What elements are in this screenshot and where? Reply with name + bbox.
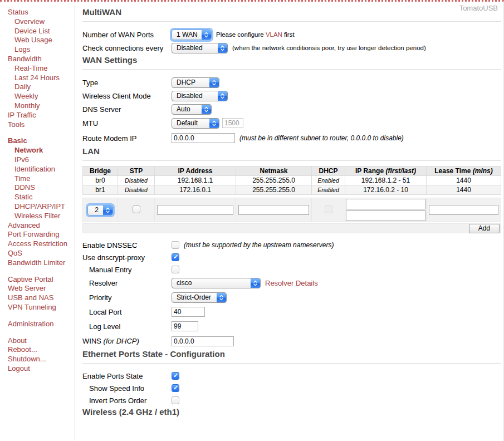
check-every-label: Check connections every [82,44,172,52]
sidebar-item-captive-portal[interactable]: Captive Portal [8,275,75,285]
enable-ports-checkbox[interactable] [172,372,179,380]
mtu-size-input[interactable] [222,118,243,128]
row-resolver: Resolver cisco Resolver Details [82,276,501,290]
sidebar-item-reboot[interactable]: Reboot... [8,345,75,355]
lan-header-row: BridgeSTPIP AddressNetmaskDHCPIP Range (… [83,166,501,176]
section-title-multiwan: MultiWAN [82,7,501,22]
select-arrows-icon [251,278,260,288]
row-wireless-client-mode: Wireless Client Mode Disabled [82,89,501,102]
sidebar-item-wireless-filter[interactable]: Wireless Filter [8,212,75,221]
edit-ip-input[interactable] [157,205,233,215]
show-speed-checkbox[interactable] [172,384,179,392]
sidebar-item-bandwidth-limiter[interactable]: Bandwidth Limiter [8,258,75,268]
sidebar-item-static-dhcp-arp-ipt[interactable]: Static DHCP/ARP/IPT [8,193,75,212]
mtu-select[interactable]: Default [172,118,219,129]
sidebar-item-monthly[interactable]: Monthly [8,101,75,111]
sidebar-item-device-list[interactable]: Device List [8,27,75,36]
vlan-link[interactable]: VLAN [266,31,282,38]
edit-netmask-input[interactable] [238,205,310,215]
route-modem-ip-note: (must be in different subnet to router, … [239,134,404,142]
priority-select[interactable]: Strict-Order [172,292,227,303]
row-number-of-wan-ports: Number of WAN Ports 1 WAN Please configu… [82,28,501,41]
row-wins: WINS (for DHCP) [82,334,501,349]
edit-range-first-input[interactable] [346,199,425,209]
sidebar-item-tools[interactable]: Tools [8,120,75,130]
sidebar-item-shutdown[interactable]: Shutdown... [8,355,75,364]
sidebar-item-daily[interactable]: Daily [8,82,75,92]
section-title-lan: LAN [82,146,501,161]
lan-col-dhcp: DHCP [312,166,345,176]
sidebar-item-ddns[interactable]: DDNS [8,183,75,193]
dns-server-select[interactable]: Auto [172,104,212,115]
wan-ports-label: Number of WAN Ports [82,31,172,39]
check-every-select[interactable]: Disabled [172,43,228,53]
wan-ports-select[interactable]: 1 WAN [172,30,212,40]
row-log-level: Log Level [82,319,501,334]
select-arrows-icon [218,91,227,101]
resolver-select[interactable]: cisco [172,278,261,288]
sidebar-item-basic[interactable]: Basic [8,136,75,146]
sidebar-item-ipv6[interactable]: IPv6 [8,155,75,165]
local-port-input[interactable] [172,307,205,317]
sidebar-item-web-usage[interactable]: Web Usage [8,36,75,45]
edit-stp-checkbox[interactable] [133,205,140,213]
manual-entry-checkbox[interactable] [172,266,179,273]
edit-range-last-input[interactable] [346,210,425,221]
sidebar-item-time[interactable]: Time [8,174,75,184]
manual-entry-label: Manual Entry [89,266,172,274]
lan-col-lease-time: Lease Time (mins) [427,166,501,176]
row-local-port: Local Port [82,305,501,319]
router-admin-page: TomatoUSB StatusOverviewDevice ListWeb U… [0,0,504,441]
row-wan-type: Type DHCP [82,76,501,89]
sidebar-item-weekly[interactable]: Weekly [8,92,75,101]
sidebar-item-bandwidth[interactable]: Bandwidth [8,55,75,64]
sidebar-item-port-forwarding[interactable]: Port Forwarding [8,230,75,239]
dnscrypt-checkbox[interactable] [172,253,179,261]
resolver-details-link[interactable]: Resolver Details [265,279,318,287]
lan-body: br0Disabled192.168.1.1255.255.255.0Enabl… [83,176,501,195]
route-modem-ip-input[interactable] [172,133,235,143]
lan-table: BridgeSTPIP AddressNetmaskDHCPIP Range (… [82,166,501,195]
sidebar-item-advanced[interactable]: Advanced [8,221,75,231]
sidebar-item-overview[interactable]: Overview [8,17,75,27]
edit-lease-input[interactable] [429,205,499,215]
sidebar-item-usb-and-nas[interactable]: USB and NAS [8,293,75,303]
sidebar-item-administration[interactable]: Administration [8,320,75,329]
sidebar-item-ip-traffic[interactable]: IP Traffic [8,111,75,120]
sidebar-item-access-restriction[interactable]: Access Restriction [8,239,75,249]
priority-label: Priority [89,293,172,302]
row-enable-dnssec: Enable DNSSEC (must be supported by the … [82,239,501,251]
invert-ports-label: Invert Ports Order [89,396,172,405]
invert-ports-checkbox[interactable] [172,396,179,404]
sidebar-item-qos[interactable]: QoS [8,249,75,258]
sidebar-item-web-server[interactable]: Web Server [8,284,75,293]
wins-label: WINS (for DHCP) [82,337,172,345]
lan-options: Enable DNSSEC (must be supported by the … [82,239,501,349]
sidebar-item-about[interactable]: About [8,336,75,346]
row-dnscrypt: Use dnscrypt-proxy [82,251,501,263]
sidebar-item-last-24-hours[interactable]: Last 24 Hours [8,74,75,83]
wireless-client-select[interactable]: Disabled [172,91,228,101]
sidebar-item-logout[interactable]: Logout [8,364,75,374]
log-level-input[interactable] [172,321,198,331]
row-dns-server: DNS Server Auto [82,102,501,116]
add-button[interactable]: Add [469,224,500,233]
sidebar-item-identification[interactable]: Identification [8,165,75,174]
local-port-label: Local Port [89,308,172,316]
lan-edit-row: 2 [83,198,501,222]
wins-input[interactable] [172,336,234,346]
edit-bridge-select[interactable]: 2 [87,205,113,215]
sidebar-nav: StatusOverviewDevice ListWeb UsageLogsBa… [0,2,75,441]
dns-server-label: DNS Server [82,105,172,114]
section-title-wireless: Wireless (2.4 GHz / eth1) [82,406,501,421]
sidebar-item-logs[interactable]: Logs [8,45,75,55]
wan-type-select[interactable]: DHCP [172,77,219,88]
select-arrows-icon [209,78,219,87]
sidebar-item-real-time[interactable]: Real-Time [8,64,75,74]
lan-col-netmask: Netmask [236,166,312,176]
sidebar-item-status[interactable]: Status [8,8,75,17]
sidebar-item-vpn-tunneling[interactable]: VPN Tunneling [8,303,75,312]
multiwan-rows: Number of WAN Ports 1 WAN Please configu… [82,28,501,55]
sidebar-item-network[interactable]: Network [8,146,75,155]
dnssec-checkbox[interactable] [172,241,179,249]
